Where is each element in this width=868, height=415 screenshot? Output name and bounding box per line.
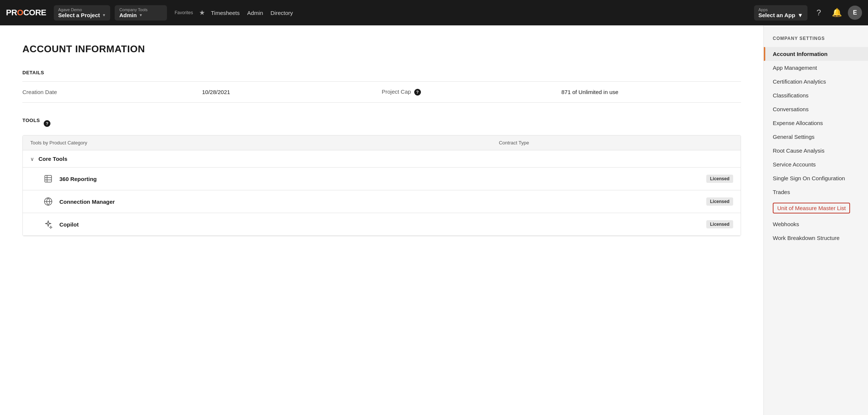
help-icon[interactable]: ? xyxy=(812,6,825,19)
company-dropdown-value: Admin ▼ xyxy=(119,12,162,18)
svg-rect-0 xyxy=(45,175,52,182)
project-dropdown-arrow: ▼ xyxy=(102,13,106,17)
favorites-section: Favorites ★ Timesheets Admin Directory xyxy=(174,9,749,17)
connection-manager-icon xyxy=(42,196,54,208)
apps-dropdown-label: Apps xyxy=(759,7,803,12)
sidebar-item-single-sign-on-label: Single Sign On Configuration xyxy=(773,175,845,181)
sidebar: COMPANY SETTINGS Account Information App… xyxy=(763,25,868,415)
project-dropdown-label: Agave Demo xyxy=(58,7,106,12)
sidebar-item-root-cause-analysis[interactable]: Root Cause Analysis xyxy=(764,144,868,157)
logo[interactable]: PROCORE xyxy=(6,8,46,18)
tools-col-category-header: Tools by Product Category xyxy=(30,140,499,146)
360-reporting-name: 360 Reporting xyxy=(59,176,706,182)
sidebar-item-work-breakdown-structure[interactable]: Work Breakdown Structure xyxy=(764,231,868,245)
project-cap-value: 871 of Unlimited in use xyxy=(561,89,741,95)
details-heading: DETAILS xyxy=(22,70,741,75)
details-row-creation: Creation Date 10/28/2021 Project Cap ? 8… xyxy=(22,82,741,103)
notifications-icon[interactable]: 🔔 xyxy=(830,6,843,19)
tool-row-connection-manager: Connection Manager Licensed xyxy=(23,190,741,213)
copilot-icon xyxy=(42,218,54,230)
creation-date-label: Creation Date xyxy=(22,89,202,95)
main-layout: ACCOUNT INFORMATION DETAILS Creation Dat… xyxy=(0,25,868,415)
connection-manager-contract: Licensed xyxy=(706,197,733,206)
tool-row-360-reporting: 360 Reporting Licensed xyxy=(23,168,741,190)
sidebar-item-root-cause-analysis-label: Root Cause Analysis xyxy=(773,147,824,154)
apps-dropdown-value: Select an App ▼ xyxy=(759,12,803,18)
connection-manager-name: Connection Manager xyxy=(59,199,706,205)
tools-header-row: TOOLS ? xyxy=(22,118,741,129)
content-area: ACCOUNT INFORMATION DETAILS Creation Dat… xyxy=(0,25,763,415)
details-section: DETAILS Creation Date 10/28/2021 Project… xyxy=(22,70,741,103)
star-icon[interactable]: ★ xyxy=(199,9,205,17)
fav-link-directory[interactable]: Directory xyxy=(270,10,293,16)
sidebar-item-webhooks-label: Webhooks xyxy=(773,221,799,227)
sidebar-item-single-sign-on[interactable]: Single Sign On Configuration xyxy=(764,171,868,185)
sidebar-item-trades-label: Trades xyxy=(773,189,790,195)
sidebar-item-account-information[interactable]: Account Information xyxy=(764,47,868,61)
core-tools-label: Core Tools xyxy=(38,156,67,162)
sidebar-item-conversations-label: Conversations xyxy=(773,106,809,112)
sidebar-item-app-management[interactable]: App Management xyxy=(764,61,868,75)
details-table: Creation Date 10/28/2021 Project Cap ? 8… xyxy=(22,81,741,103)
apps-dropdown[interactable]: Apps Select an App ▼ xyxy=(754,5,808,21)
fav-link-admin[interactable]: Admin xyxy=(247,10,263,16)
company-dropdown-label: Company Tools xyxy=(119,7,162,12)
favorites-label: Favorites xyxy=(174,10,193,15)
tools-section: TOOLS ? Tools by Product Category Contra… xyxy=(22,118,741,236)
sidebar-item-service-accounts-label: Service Accounts xyxy=(773,161,816,168)
sidebar-item-general-settings-label: General Settings xyxy=(773,134,815,140)
sidebar-item-unit-of-measure[interactable]: Unit of Measure Master List xyxy=(764,199,868,217)
sidebar-item-work-breakdown-structure-label: Work Breakdown Structure xyxy=(773,235,840,241)
header-right: Apps Select an App ▼ ? 🔔 E xyxy=(754,5,862,21)
sidebar-item-classifications-label: Classifications xyxy=(773,92,809,99)
sidebar-item-general-settings[interactable]: General Settings xyxy=(764,130,868,144)
avatar[interactable]: E xyxy=(848,6,862,20)
project-cap-label: Project Cap ? xyxy=(382,88,561,96)
tool-row-copilot: Copilot Licensed xyxy=(23,213,741,236)
fav-link-timesheets[interactable]: Timesheets xyxy=(211,10,240,16)
360-reporting-icon xyxy=(42,173,54,185)
sidebar-item-app-management-label: App Management xyxy=(773,65,817,71)
tools-col-contract-header: Contract Type xyxy=(499,140,733,146)
tools-table: Tools by Product Category Contract Type … xyxy=(22,135,741,236)
360-reporting-contract: Licensed xyxy=(706,175,733,183)
fav-links: Timesheets Admin Directory xyxy=(211,10,293,16)
project-dropdown-value: Select a Project ▼ xyxy=(58,12,106,18)
chevron-down-icon[interactable]: ∨ xyxy=(30,156,34,162)
apps-dropdown-arrow: ▼ xyxy=(797,12,803,18)
company-dropdown-arrow: ▼ xyxy=(139,13,143,17)
logo-text: PROCORE xyxy=(6,8,46,18)
page-title: ACCOUNT INFORMATION xyxy=(22,43,741,55)
sidebar-item-unit-of-measure-label: Unit of Measure Master List xyxy=(773,203,850,213)
sidebar-item-certification-analytics-label: Certification Analytics xyxy=(773,78,826,85)
tools-info-icon[interactable]: ? xyxy=(44,120,50,127)
sidebar-item-account-information-label: Account Information xyxy=(773,51,828,57)
project-cap-info-icon[interactable]: ? xyxy=(414,89,421,96)
sidebar-item-expense-allocations[interactable]: Expense Allocations xyxy=(764,116,868,130)
header: PROCORE Agave Demo Select a Project ▼ Co… xyxy=(0,0,868,25)
sidebar-item-webhooks[interactable]: Webhooks xyxy=(764,217,868,231)
sidebar-item-expense-allocations-label: Expense Allocations xyxy=(773,120,823,126)
creation-date-value: 10/28/2021 xyxy=(202,89,382,95)
tools-table-header: Tools by Product Category Contract Type xyxy=(23,135,741,150)
copilot-contract: Licensed xyxy=(706,220,733,228)
sidebar-item-classifications[interactable]: Classifications xyxy=(764,88,868,102)
tools-heading: TOOLS xyxy=(22,118,40,123)
sidebar-title: COMPANY SETTINGS xyxy=(764,36,868,41)
copilot-name: Copilot xyxy=(59,221,706,228)
sidebar-item-trades[interactable]: Trades xyxy=(764,185,868,199)
core-tools-group-row[interactable]: ∨ Core Tools xyxy=(23,150,741,168)
sidebar-item-service-accounts[interactable]: Service Accounts xyxy=(764,157,868,171)
project-dropdown[interactable]: Agave Demo Select a Project ▼ xyxy=(54,5,111,21)
sidebar-item-conversations[interactable]: Conversations xyxy=(764,102,868,116)
sidebar-item-certification-analytics[interactable]: Certification Analytics xyxy=(764,75,868,88)
company-dropdown[interactable]: Company Tools Admin ▼ xyxy=(115,5,167,21)
